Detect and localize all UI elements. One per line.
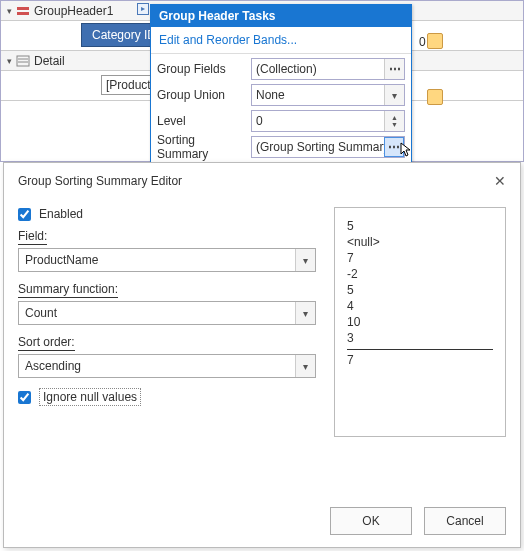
level-input[interactable]: 0 ▲▼ — [251, 110, 405, 132]
checkbox-input[interactable] — [18, 208, 31, 221]
preview-result: 7 — [347, 353, 493, 367]
preview-item: 7 — [347, 250, 493, 266]
preview-item: 5 — [347, 282, 493, 298]
editor-form: Enabled Field: ProductName Summary funct… — [18, 207, 316, 437]
preview-item: 3 — [347, 330, 493, 346]
prop-label: Level — [157, 114, 247, 128]
ok-button[interactable]: OK — [330, 507, 412, 535]
edit-reorder-bands-link[interactable]: Edit and Reorder Bands... — [151, 27, 411, 53]
side-value: 0 — [419, 35, 426, 49]
preview-item: 4 — [347, 298, 493, 314]
preview-item: <null> — [347, 234, 493, 250]
band-icon — [16, 54, 30, 68]
field-list-icon[interactable] — [427, 89, 443, 105]
preview-values: 5 <null> 7 -2 5 4 10 3 — [347, 218, 493, 346]
band-label: GroupHeader1 — [34, 4, 113, 18]
dropdown-button[interactable] — [295, 355, 315, 377]
svg-rect-1 — [17, 12, 29, 15]
checkbox-input[interactable] — [18, 391, 31, 404]
summary-function-label: Summary function: — [18, 282, 316, 298]
prop-label: Group Fields — [157, 62, 247, 76]
popup-title: Group Header Tasks — [151, 5, 411, 27]
preview-panel: 5 <null> 7 -2 5 4 10 3 7 — [334, 207, 506, 437]
smart-tag-icon[interactable]: ▸ — [137, 3, 149, 15]
svg-rect-2 — [17, 56, 29, 66]
group-header-tasks-popup: Group Header Tasks Edit and Reorder Band… — [150, 4, 412, 167]
preview-item: 5 — [347, 218, 493, 234]
checkbox-label: Ignore null values — [39, 388, 141, 406]
row-level: Level 0 ▲▼ — [157, 108, 405, 134]
band-label: Detail — [34, 54, 65, 68]
collapse-icon: ▾ — [7, 6, 12, 16]
ignore-nulls-checkbox[interactable]: Ignore null values — [18, 388, 316, 406]
combo-value: Ascending — [25, 359, 81, 373]
summary-function-combo[interactable]: Count — [18, 301, 316, 325]
dropdown-button[interactable] — [295, 249, 315, 271]
svg-rect-0 — [17, 7, 29, 10]
enabled-checkbox[interactable]: Enabled — [18, 207, 316, 221]
field-label: Field: — [18, 229, 316, 245]
field-combo[interactable]: ProductName — [18, 248, 316, 272]
row-group-fields: Group Fields (Collection) — [157, 56, 405, 82]
sort-order-label: Sort order: — [18, 335, 316, 351]
field-list-icon[interactable] — [427, 33, 443, 49]
group-fields-input[interactable]: (Collection) — [251, 58, 405, 80]
tasks-properties: Group Fields (Collection) Group Union No… — [151, 54, 411, 166]
field-text: [Product — [106, 78, 151, 92]
prop-label: Sorting Summary — [157, 133, 247, 161]
checkbox-label: Enabled — [39, 207, 83, 221]
preview-item: 10 — [347, 314, 493, 330]
preview-divider — [347, 349, 493, 350]
preview-item: -2 — [347, 266, 493, 282]
field-value: 0 — [256, 114, 263, 128]
cancel-button[interactable]: Cancel — [424, 507, 506, 535]
field-value: (Collection) — [256, 62, 317, 76]
collapse-icon: ▾ — [7, 56, 12, 66]
dropdown-button[interactable] — [384, 85, 404, 105]
ellipsis-button[interactable] — [384, 137, 404, 157]
row-group-union: Group Union None — [157, 82, 405, 108]
combo-value: ProductName — [25, 253, 98, 267]
row-sorting-summary: Sorting Summary (Group Sorting Summary) — [157, 134, 405, 160]
dialog-titlebar: Group Sorting Summary Editor ✕ — [4, 163, 520, 199]
group-union-input[interactable]: None — [251, 84, 405, 106]
band-icon — [16, 4, 30, 18]
dialog-buttons: OK Cancel — [330, 507, 506, 535]
sorting-summary-input[interactable]: (Group Sorting Summary) — [251, 136, 405, 158]
close-button[interactable]: ✕ — [494, 173, 506, 189]
group-sorting-summary-editor: Group Sorting Summary Editor ✕ Enabled F… — [3, 162, 521, 548]
combo-value: Count — [25, 306, 57, 320]
field-value: (Group Sorting Summary) — [256, 140, 393, 154]
dropdown-button[interactable] — [295, 302, 315, 324]
sort-order-combo[interactable]: Ascending — [18, 354, 316, 378]
dialog-title: Group Sorting Summary Editor — [18, 174, 182, 188]
ellipsis-button[interactable] — [384, 59, 404, 79]
prop-label: Group Union — [157, 88, 247, 102]
field-value: None — [256, 88, 285, 102]
spinner-buttons[interactable]: ▲▼ — [384, 111, 404, 131]
